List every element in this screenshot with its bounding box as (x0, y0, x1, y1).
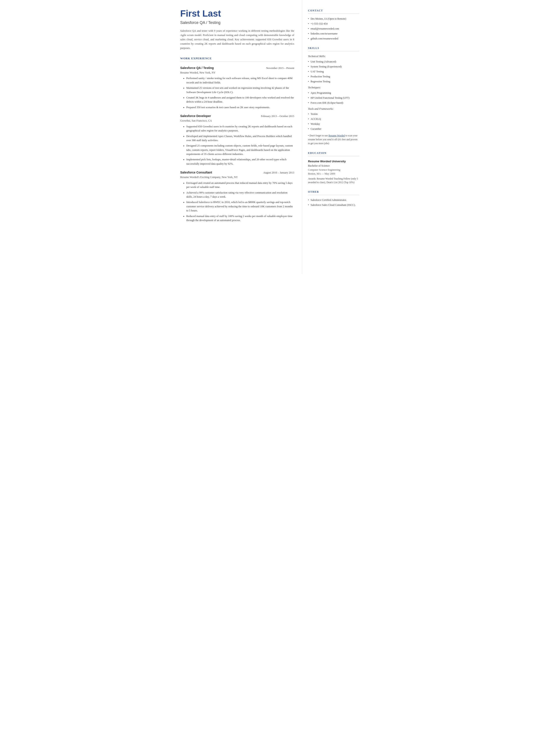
job-3-dates: August 2010 – January 2013 (263, 171, 294, 175)
contact-github: github.com/resumeworded (308, 37, 359, 41)
other-list: Salesforce Certified Administrator. Sale… (308, 198, 359, 207)
list-item: Reduced manual data entry of staff by 10… (186, 214, 294, 223)
list-item: Created 3K bugs in 4 sandboxes and assig… (186, 96, 294, 104)
list-item: Supported 650 Growthsi users in 8 countr… (186, 125, 294, 133)
list-item: ACCELQ (308, 117, 359, 121)
list-item: Envisaged and created an automated proce… (186, 181, 294, 189)
right-column: CONTACT Des Moines, IA (Open to Remote) … (302, 0, 365, 274)
list-item: Developed and implemented Apex Classes, … (186, 134, 294, 143)
list-item: Implemented pick lists, lookups, master-… (186, 157, 294, 166)
education-section: EDUCATION Resume Worded University Bache… (308, 151, 359, 184)
list-item: Salesforce Certified Administrator. (308, 198, 359, 202)
job-2-bullets: Supported 650 Growthsi users in 8 countr… (182, 125, 294, 166)
edu-field: Computer Science Engineering (308, 168, 359, 172)
contact-location: Des Moines, IA (Open to Remote) (308, 17, 359, 21)
techniques-label: Techniques: (308, 86, 359, 90)
job-3-header: Salesforce Consultant August 2010 – Janu… (180, 170, 294, 175)
contact-section: CONTACT Des Moines, IA (Open to Remote) … (308, 9, 359, 41)
job-1-header: Salesforce QA / Testing November 2015 – … (180, 66, 294, 70)
contact-list: Des Moines, IA (Open to Remote) +1-555-3… (308, 17, 359, 41)
list-item: Achieved a 99% customer satisfaction rat… (186, 191, 294, 199)
other-section-title: OTHER (308, 190, 359, 195)
list-item: UAT Testing (308, 70, 359, 73)
candidate-name: First Last (180, 9, 294, 18)
list-item: Testim (308, 112, 359, 116)
resume-page: First Last Salesforce QA / Testing Sales… (171, 0, 365, 274)
list-item: Cucumber (308, 127, 359, 131)
list-item: Performed sanity / smoke testing for eac… (186, 76, 294, 85)
job-2-company: Growthsi, San Francisco, CA (180, 119, 294, 123)
job-3-company: Resume Worded's Exciting Company, New Yo… (180, 175, 294, 179)
list-item: System Testing (Experienced) (308, 65, 359, 69)
job-1-bullets: Performed sanity / smoke testing for eac… (182, 76, 294, 109)
left-column: First Last Salesforce QA / Testing Sales… (171, 0, 302, 274)
contact-linkedin: linkedin.com/in/username (308, 32, 359, 36)
skills-section-title: SKILLS (308, 46, 359, 51)
edu-date: Boston, MA — May 2009 (308, 172, 359, 176)
contact-phone: +1-555-332-454 (308, 22, 359, 26)
candidate-title: Salesforce QA / Testing (180, 20, 294, 26)
list-item: Maintained 25 versions of test sets and … (186, 86, 294, 95)
other-section: OTHER Salesforce Certified Administrator… (308, 190, 359, 207)
job-1: Salesforce QA / Testing November 2015 – … (180, 66, 294, 109)
edu-awards: Awards: Resume Worded Teaching Fellow (o… (308, 177, 359, 184)
job-1-company: Resume Worded, New York, NY (180, 71, 294, 75)
job-2: Salesforce Developer February 2013 – Oct… (180, 114, 294, 166)
contact-email: email@resumeworded.com (308, 27, 359, 31)
promo-link[interactable]: Resume Worded (328, 134, 345, 137)
list-item: Force.com IDE (Eclipse-based) (308, 101, 359, 105)
contact-section-title: CONTACT (308, 9, 359, 14)
edu-degree: Bachelor of Science (308, 164, 359, 168)
job-2-header: Salesforce Developer February 2013 – Oct… (180, 114, 294, 118)
edu-school: Resume Worded University (308, 159, 359, 164)
list-item: HP Unified Functional Testing (UFT) (308, 96, 359, 100)
job-1-dates: November 2015 – Present (266, 66, 294, 70)
job-1-title: Salesforce QA / Testing (180, 66, 214, 70)
work-experience-section-title: WORK EXPERIENCE (180, 56, 294, 62)
job-3-title: Salesforce Consultant (180, 170, 212, 175)
list-item: Salesforce Sales Cloud Consultant (SSCC)… (308, 203, 359, 207)
education-section-title: EDUCATION (308, 151, 359, 156)
list-item: Production Testing (308, 74, 359, 78)
tools-list: Testim ACCELQ Workday Cucumber (308, 112, 359, 131)
techniques-list: Apex Programming HP Unified Functional T… (308, 91, 359, 105)
list-item: Regression Testing (308, 79, 359, 83)
candidate-summary: Salesforce QA and tester with 9 years of… (180, 29, 294, 50)
job-2-dates: February 2013 – October 2015 (261, 114, 294, 118)
promo-text: • Don't forget to use Resume Worded to s… (308, 134, 359, 145)
list-item: Apex Programming (308, 91, 359, 95)
skills-section: SKILLS Technical Skills: Unit Testing (A… (308, 46, 359, 146)
technical-skills-label: Technical Skills: (308, 54, 359, 58)
job-3-bullets: Envisaged and created an automated proce… (182, 181, 294, 222)
list-item: Unit Testing (Advanced) (308, 60, 359, 64)
list-item: Designed 25 components including custom … (186, 144, 294, 156)
technical-skills-list: Unit Testing (Advanced) System Testing (… (308, 60, 359, 83)
job-3: Salesforce Consultant August 2010 – Janu… (180, 170, 294, 222)
list-item: Workday (308, 122, 359, 126)
job-2-title: Salesforce Developer (180, 114, 211, 118)
tools-label: Tools and Frameworks: (308, 107, 359, 111)
list-item: Prepared 350 test scenarios & test cases… (186, 105, 294, 109)
list-item: Introduced Salesforce to RWEC in 2010, w… (186, 200, 294, 213)
